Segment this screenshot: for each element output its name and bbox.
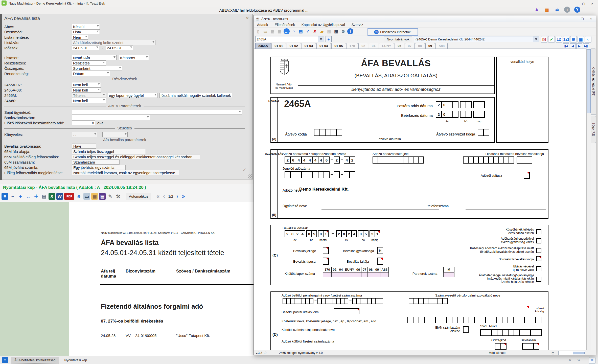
taskbar-forward-icon[interactable]: » (577, 357, 580, 363)
konyveles-from-combo[interactable]: . . (72, 132, 97, 137)
excel-icon[interactable]: X (49, 193, 55, 200)
listasor-combo[interactable]: Nettó+Áfa (72, 55, 117, 60)
delete-icon[interactable]: ✗ (312, 28, 318, 34)
menu-item[interactable]: Ellenőrzések (275, 23, 295, 27)
print-icon[interactable]: ▤ (41, 193, 47, 200)
listasor-mode-combo[interactable]: Kétsoros (119, 55, 149, 60)
zoom-out-icon[interactable]: − (9, 193, 16, 200)
dialog-close-icon[interactable]: ✕ (246, 16, 249, 20)
form-tab[interactable]: 01-05 (331, 43, 346, 49)
book-icon[interactable]: ▤ (99, 193, 106, 200)
save-all-icon[interactable]: ▦ (277, 28, 283, 34)
last-page-icon[interactable]: » (182, 193, 185, 200)
taskbar-back-icon[interactable]: « (569, 357, 571, 363)
rendezettseg-combo[interactable]: Dátum (72, 71, 110, 76)
telefon-line[interactable] (466, 150, 546, 210)
form-tab[interactable]: 07 (405, 43, 415, 49)
doc-add-icon[interactable]: ⊞ (570, 36, 577, 43)
calculator-icon[interactable]: ▦ (333, 28, 339, 34)
keyboard-icon[interactable]: ▤ (551, 351, 554, 355)
new-doc-icon[interactable]: ▯ (255, 28, 261, 34)
first-page-icon[interactable]: ▮◀ (563, 43, 569, 49)
tools-icon[interactable]: ⚒ (115, 193, 121, 200)
zoom-mode-select[interactable]: Automatikus (126, 193, 151, 200)
next-page-icon[interactable]: ▶ (576, 43, 582, 49)
apps-grid-icon[interactable]: ▦ (544, 7, 550, 13)
company-combo-dropdown[interactable] (533, 36, 539, 42)
szamlaszam-value[interactable]: Számlaszám (72, 160, 120, 165)
menu-item[interactable]: Szerviz (352, 23, 363, 27)
form-tab[interactable]: 170 (347, 43, 358, 49)
zoom-icon[interactable]: ○ (585, 36, 591, 43)
osszegzes-combo[interactable]: Soronként (72, 66, 122, 71)
image-icon[interactable]: ▦ (91, 193, 98, 200)
menu-item[interactable]: Kapcsolat az Ügyfélkapuval (302, 23, 345, 27)
maximize-icon[interactable]: ▢ (579, 1, 588, 7)
soronkivuli-checkbox[interactable] (536, 256, 541, 261)
bankszamlaszam-combo[interactable] (72, 115, 150, 120)
menu-icon[interactable]: ≡ (2, 193, 8, 200)
idoszak-from-combo[interactable]: 24.05.01 (72, 45, 99, 50)
fit-page-icon[interactable]: ✛ (33, 193, 39, 200)
calendar-icon[interactable]: 12 (556, 36, 562, 43)
adohatosagi-checkbox[interactable] (536, 238, 541, 243)
allatbetegseg-checkbox[interactable] (536, 277, 541, 282)
minimize-icon[interactable]: — (571, 1, 579, 7)
jovairo-value[interactable]: Egy jóváírás egy számla (72, 165, 126, 170)
side-tab-kitoltesi[interactable]: Kitöltési útmutató (F1) (591, 49, 596, 115)
zoom-slider[interactable] (558, 351, 585, 355)
taskbar-list-icon[interactable]: ≡ (589, 357, 595, 364)
edit-icon[interactable]: ✎ (107, 193, 113, 200)
uzemmod-combo[interactable]: Lista (72, 29, 100, 34)
zoom-in-icon[interactable]: + (17, 193, 24, 200)
calc-plus-icon[interactable]: ▦ (326, 28, 332, 34)
maximize-icon[interactable]: ▢ (578, 15, 587, 21)
prev-page-icon[interactable]: ‹ (163, 193, 165, 200)
open-icon[interactable]: ▭ (262, 28, 268, 34)
form-tab[interactable]: 06 (395, 43, 404, 49)
close-icon[interactable]: × (588, 1, 596, 7)
help-icon[interactable]: ? (574, 7, 580, 13)
info-icon[interactable]: i (564, 7, 570, 13)
zoom-slider-thumb[interactable] (573, 352, 585, 354)
dialog-ok-icon[interactable]: ✓ (243, 167, 246, 173)
form-tab[interactable]: 09 (425, 43, 435, 49)
check-icon[interactable]: ✓ (305, 28, 311, 34)
company-combo[interactable]: (2465A) Demo Kereskedelmi Kft. 264444462… (414, 36, 533, 42)
form-tab[interactable]: 01-01 (271, 43, 286, 49)
gyakorisag-value[interactable]: Havi (72, 144, 96, 149)
doc-delete-icon[interactable]: ☒ (541, 36, 547, 43)
archive-icon[interactable]: ▰ (319, 28, 325, 34)
save-icon[interactable]: ▦ (269, 28, 275, 34)
form-tab[interactable]: A88 (435, 43, 448, 49)
kuszobertek-checkbox[interactable] (536, 229, 541, 234)
fit-width-icon[interactable]: ↔ (25, 193, 32, 200)
search-icon[interactable]: ○ (291, 28, 297, 34)
a08-combo[interactable]: Nem kell (72, 87, 101, 93)
form-tab[interactable]: 04 (369, 43, 378, 49)
ugyintezo-line[interactable] (321, 150, 439, 210)
nyomtatvanyok-button[interactable]: Nyomtatványok (384, 36, 412, 42)
form-viewport[interactable]: Nemzeti Adó- és Vámhivatal ÁFA BEVALLÁS … (254, 49, 586, 350)
print-icon[interactable]: ▤ (298, 28, 304, 34)
side-tab-sugo[interactable]: Súgó (F2) (591, 116, 596, 143)
monitor-icon[interactable]: ▭ (83, 193, 90, 200)
m-mode-combo[interactable]: egy lapon egy ügyfél (108, 93, 157, 98)
a07-combo[interactable]: Nem kell (72, 82, 101, 87)
messages-icon[interactable]: … (284, 28, 290, 34)
form-tab[interactable]: 01-02 (287, 43, 301, 49)
prev-page-icon[interactable]: ◀ (570, 43, 576, 49)
m-option-combo[interactable]: főszámla nélküli negatív számlák kellene… (159, 93, 232, 98)
user-icon[interactable]: ♟ (534, 7, 540, 13)
form-tab[interactable]: 2465A (255, 43, 271, 49)
abev-combo[interactable]: Készül (72, 24, 100, 29)
doc-check-icon[interactable]: ✓ (548, 36, 555, 43)
taskbar-menu-icon[interactable]: ≡ (2, 357, 8, 363)
m-combo[interactable]: Tételes (72, 93, 106, 98)
doc-copy-icon[interactable]: ▣ (578, 36, 584, 43)
form-tab[interactable]: EUNY (379, 43, 394, 49)
form-tab[interactable]: 01-04 (316, 43, 331, 49)
word-icon[interactable]: W (56, 193, 63, 200)
resize-grip[interactable] (248, 174, 252, 178)
browser-icon[interactable]: e (76, 193, 82, 200)
